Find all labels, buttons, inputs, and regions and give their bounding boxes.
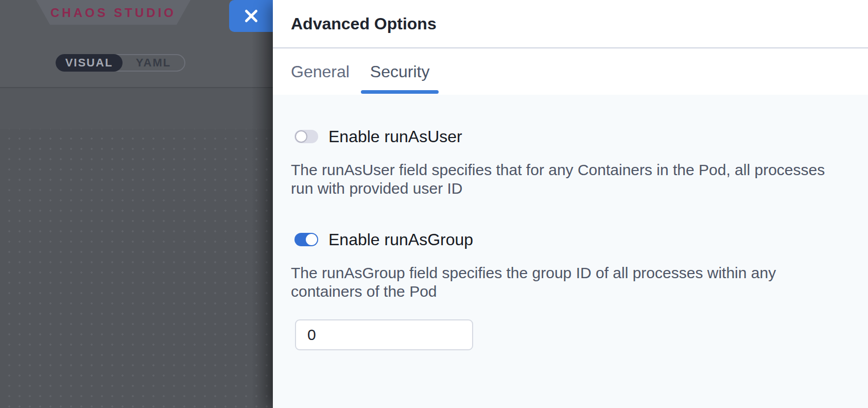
- studio-toolbar: VISUAL YAML: [0, 29, 273, 88]
- chaos-studio-logo-text: CHAOS STUDIO: [50, 5, 176, 20]
- description-line: The runAsGroup field specifies the group…: [291, 264, 850, 282]
- tab-general[interactable]: General: [291, 48, 350, 95]
- run-as-user-label: Enable runAsUser: [328, 127, 462, 146]
- drawer-title: Advanced Options: [291, 14, 437, 33]
- run-as-user-toggle[interactable]: [294, 130, 318, 143]
- tab-security[interactable]: Security: [361, 48, 439, 95]
- run-as-user-row: Enable runAsUser: [294, 129, 850, 144]
- drawer-header: Advanced Options: [273, 0, 868, 48]
- yaml-mode-button[interactable]: YAML: [123, 54, 184, 72]
- description-line: containers of the Pod: [291, 282, 850, 301]
- run-as-user-description: The runAsUser field specifies that for a…: [291, 161, 850, 198]
- run-as-group-description: The runAsGroup field specifies the group…: [291, 264, 850, 301]
- drawer-tab-bar: General Security: [273, 48, 868, 95]
- studio-background: CHAOS STUDIO VISUAL YAML: [0, 0, 273, 408]
- description-line: run with provided user ID: [291, 179, 850, 198]
- toggle-knob: [306, 234, 317, 245]
- close-icon: [244, 8, 259, 24]
- drawer-close-button[interactable]: [229, 0, 273, 32]
- tab-security-label: Security: [370, 62, 430, 81]
- advanced-options-drawer: Advanced Options General Security Enable…: [273, 0, 868, 408]
- active-tab-indicator: [361, 90, 439, 94]
- chaos-studio-logo: CHAOS STUDIO: [36, 0, 190, 25]
- security-tab-content: Enable runAsUser The runAsUser field spe…: [273, 129, 868, 350]
- run-as-group-label: Enable runAsGroup: [328, 230, 473, 249]
- run-as-group-row: Enable runAsGroup: [294, 232, 850, 247]
- run-as-group-toggle[interactable]: [294, 233, 318, 246]
- visual-yaml-mode-toggle: VISUAL YAML: [56, 54, 185, 72]
- tab-general-label: General: [291, 62, 350, 81]
- description-line: The runAsUser field specifies that for a…: [291, 161, 850, 179]
- studio-subheader: [0, 88, 273, 129]
- workflow-canvas: [0, 129, 273, 408]
- run-as-group-value-input[interactable]: [295, 319, 473, 350]
- chaos-studio-screen: CHAOS STUDIO VISUAL YAML Advanced Option…: [0, 0, 868, 408]
- toggle-knob: [295, 130, 307, 143]
- visual-mode-button[interactable]: VISUAL: [56, 54, 123, 72]
